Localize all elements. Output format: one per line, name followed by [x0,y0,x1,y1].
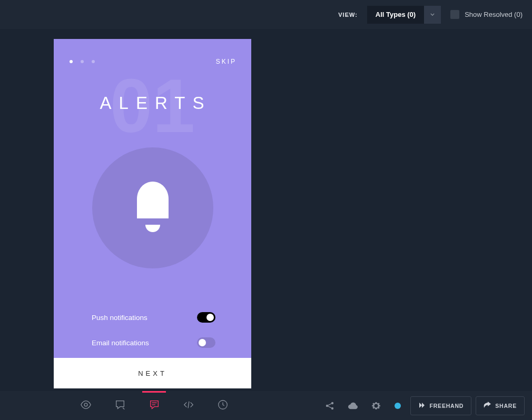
comments-panel-button[interactable] [137,391,171,420]
svg-point-0 [84,403,87,406]
chevron-down-icon[interactable] [424,6,441,24]
artboard-mock: SKIP 01 ALERTS Push notifications Email … [54,39,251,388]
title-group: 01 ALERTS [54,68,251,144]
bell-icon [132,182,173,234]
share-label: SHARE [495,403,517,409]
chat-lines-icon [149,399,160,413]
checkbox-icon[interactable] [450,10,459,19]
freehand-icon [418,402,426,410]
bottom-toolbar: FREEHAND SHARE [0,391,532,420]
view-label: VIEW: [338,12,358,18]
freehand-button[interactable]: FREEHAND [410,396,472,415]
page-dot[interactable] [92,60,95,63]
page-indicator [70,60,95,63]
comment-mode-button[interactable] [103,391,137,420]
svg-point-6 [331,402,333,404]
page-dot[interactable] [70,60,73,63]
page-dot[interactable] [81,60,84,63]
share-nodes-icon[interactable] [325,401,334,411]
chat-bubble-icon [114,399,126,413]
gear-icon[interactable] [371,401,381,411]
mode-tabs [68,391,240,420]
setting-email-notifications: Email notifications [92,337,215,348]
page-title: ALERTS [54,93,251,113]
cloud-icon[interactable] [348,401,358,411]
code-icon [183,399,194,413]
freehand-label: FREEHAND [430,403,464,409]
eye-icon [80,399,92,413]
next-label: NEXT [138,369,167,377]
type-filter[interactable]: All Types (0) [367,6,441,24]
type-filter-value[interactable]: All Types (0) [367,6,424,24]
show-resolved-toggle[interactable]: Show Resolved (0) [450,10,523,19]
show-resolved-label: Show Resolved (0) [465,11,523,18]
history-mode-button[interactable] [205,391,240,420]
top-toolbar: VIEW: All Types (0) Show Resolved (0) [0,0,532,29]
svg-point-5 [326,404,328,406]
toggle-push-notifications[interactable] [197,312,215,323]
inspect-mode-button[interactable] [171,391,205,420]
right-icon-group [325,401,401,411]
settings-list: Push notifications Email notifications [92,312,215,348]
toggle-email-notifications[interactable] [197,337,215,348]
canvas[interactable]: SKIP 01 ALERTS Push notifications Email … [0,29,532,420]
history-icon [217,399,229,413]
hero-circle [92,147,213,268]
svg-point-7 [331,407,333,409]
status-dot-icon[interactable] [395,403,401,409]
share-button[interactable]: SHARE [476,396,525,415]
svg-line-3 [188,401,189,408]
setting-push-notifications: Push notifications [92,312,215,323]
setting-label: Push notifications [92,314,147,322]
setting-label: Email notifications [92,339,149,347]
skip-button[interactable]: SKIP [216,58,237,65]
preview-mode-button[interactable] [68,391,103,420]
share-arrow-icon [484,402,491,410]
next-button[interactable]: NEXT [54,358,251,388]
